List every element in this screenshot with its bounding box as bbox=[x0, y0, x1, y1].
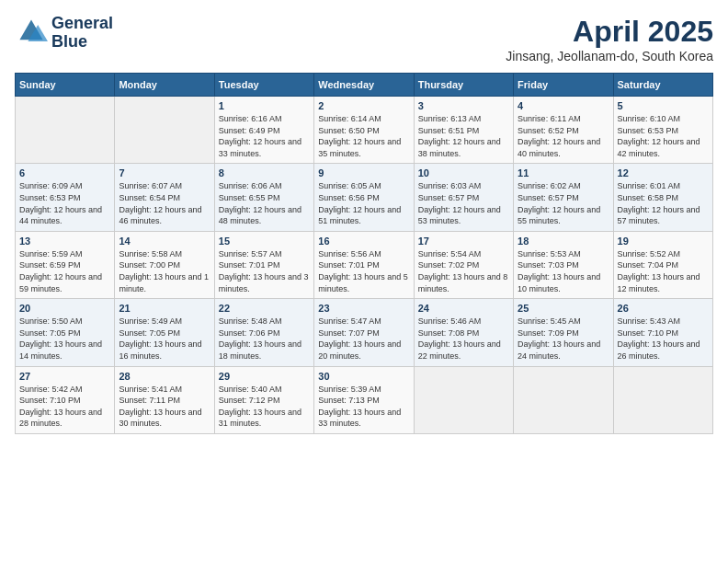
day-number: 2 bbox=[318, 100, 409, 111]
day-info: Sunrise: 6:01 AMSunset: 6:58 PMDaylight:… bbox=[618, 180, 709, 226]
calendar-cell: 8Sunrise: 6:06 AMSunset: 6:55 PMDaylight… bbox=[214, 164, 313, 231]
day-info: Sunrise: 5:59 AMSunset: 6:59 PMDaylight:… bbox=[19, 248, 110, 294]
day-number: 26 bbox=[618, 303, 709, 314]
day-info: Sunrise: 6:07 AMSunset: 6:54 PMDaylight:… bbox=[119, 180, 210, 226]
day-info: Sunrise: 6:06 AMSunset: 6:55 PMDaylight:… bbox=[219, 180, 310, 226]
day-number: 4 bbox=[518, 100, 609, 111]
logo-icon bbox=[15, 17, 48, 50]
day-info: Sunrise: 5:43 AMSunset: 7:10 PMDaylight:… bbox=[618, 316, 709, 362]
day-info: Sunrise: 6:10 AMSunset: 6:53 PMDaylight:… bbox=[618, 113, 709, 159]
week-row-2: 6Sunrise: 6:09 AMSunset: 6:53 PMDaylight… bbox=[16, 164, 713, 231]
day-info: Sunrise: 5:49 AMSunset: 7:05 PMDaylight:… bbox=[119, 316, 210, 362]
day-number: 13 bbox=[19, 236, 110, 247]
day-number: 12 bbox=[618, 167, 709, 178]
day-info: Sunrise: 6:09 AMSunset: 6:53 PMDaylight:… bbox=[19, 180, 110, 226]
calendar-cell: 2Sunrise: 6:14 AMSunset: 6:50 PMDaylight… bbox=[314, 97, 414, 164]
calendar-cell bbox=[115, 97, 214, 164]
calendar-cell: 29Sunrise: 5:40 AMSunset: 7:12 PMDayligh… bbox=[214, 366, 313, 433]
calendar-cell: 23Sunrise: 5:47 AMSunset: 7:07 PMDayligh… bbox=[314, 299, 414, 366]
day-info: Sunrise: 6:05 AMSunset: 6:56 PMDaylight:… bbox=[318, 180, 409, 226]
day-number: 6 bbox=[19, 167, 110, 178]
day-number: 16 bbox=[318, 236, 409, 247]
calendar-header: SundayMondayTuesdayWednesdayThursdayFrid… bbox=[16, 74, 713, 97]
day-info: Sunrise: 6:14 AMSunset: 6:50 PMDaylight:… bbox=[318, 113, 409, 159]
weekday-row: SundayMondayTuesdayWednesdayThursdayFrid… bbox=[16, 74, 713, 97]
calendar-cell: 24Sunrise: 5:46 AMSunset: 7:08 PMDayligh… bbox=[414, 299, 513, 366]
calendar-cell: 5Sunrise: 6:10 AMSunset: 6:53 PMDaylight… bbox=[613, 97, 712, 164]
day-number: 28 bbox=[119, 371, 210, 382]
day-number: 10 bbox=[418, 167, 509, 178]
location-title: Jinsang, Jeollanam-do, South Korea bbox=[506, 49, 713, 63]
weekday-header-monday: Monday bbox=[115, 74, 214, 97]
calendar-cell: 20Sunrise: 5:50 AMSunset: 7:05 PMDayligh… bbox=[16, 299, 115, 366]
day-number: 5 bbox=[618, 100, 709, 111]
calendar-body: 1Sunrise: 6:16 AMSunset: 6:49 PMDaylight… bbox=[16, 97, 713, 434]
calendar-cell: 3Sunrise: 6:13 AMSunset: 6:51 PMDaylight… bbox=[414, 97, 513, 164]
day-number: 30 bbox=[318, 371, 409, 382]
day-number: 3 bbox=[418, 100, 509, 111]
weekday-header-thursday: Thursday bbox=[414, 74, 513, 97]
day-info: Sunrise: 5:41 AMSunset: 7:11 PMDaylight:… bbox=[119, 384, 210, 430]
calendar-cell bbox=[414, 366, 513, 433]
day-number: 25 bbox=[518, 303, 609, 314]
page-header: General Blue April 2025 Jinsang, Jeollan… bbox=[15, 15, 713, 63]
week-row-4: 20Sunrise: 5:50 AMSunset: 7:05 PMDayligh… bbox=[16, 299, 713, 366]
day-number: 19 bbox=[618, 236, 709, 247]
calendar-cell bbox=[16, 97, 115, 164]
calendar-table: SundayMondayTuesdayWednesdayThursdayFrid… bbox=[15, 73, 713, 434]
day-info: Sunrise: 6:11 AMSunset: 6:52 PMDaylight:… bbox=[518, 113, 609, 159]
day-info: Sunrise: 5:56 AMSunset: 7:01 PMDaylight:… bbox=[318, 248, 409, 294]
day-number: 23 bbox=[318, 303, 409, 314]
day-number: 17 bbox=[418, 236, 509, 247]
day-info: Sunrise: 5:57 AMSunset: 7:01 PMDaylight:… bbox=[219, 248, 310, 294]
calendar-cell: 25Sunrise: 5:45 AMSunset: 7:09 PMDayligh… bbox=[514, 299, 613, 366]
day-info: Sunrise: 5:48 AMSunset: 7:06 PMDaylight:… bbox=[219, 316, 310, 362]
day-number: 14 bbox=[119, 236, 210, 247]
calendar-cell: 18Sunrise: 5:53 AMSunset: 7:03 PMDayligh… bbox=[514, 231, 613, 298]
day-number: 18 bbox=[518, 236, 609, 247]
logo-text: General Blue bbox=[51, 15, 113, 52]
day-number: 8 bbox=[219, 167, 310, 178]
day-info: Sunrise: 6:16 AMSunset: 6:49 PMDaylight:… bbox=[219, 113, 310, 159]
calendar-cell: 17Sunrise: 5:54 AMSunset: 7:02 PMDayligh… bbox=[414, 231, 513, 298]
weekday-header-tuesday: Tuesday bbox=[214, 74, 313, 97]
calendar-cell: 13Sunrise: 5:59 AMSunset: 6:59 PMDayligh… bbox=[16, 231, 115, 298]
day-number: 29 bbox=[219, 371, 310, 382]
calendar-cell: 9Sunrise: 6:05 AMSunset: 6:56 PMDaylight… bbox=[314, 164, 414, 231]
weekday-header-saturday: Saturday bbox=[613, 74, 712, 97]
day-number: 9 bbox=[318, 167, 409, 178]
weekday-header-friday: Friday bbox=[514, 74, 613, 97]
weekday-header-sunday: Sunday bbox=[16, 74, 115, 97]
calendar-cell: 16Sunrise: 5:56 AMSunset: 7:01 PMDayligh… bbox=[314, 231, 414, 298]
calendar-cell: 30Sunrise: 5:39 AMSunset: 7:13 PMDayligh… bbox=[314, 366, 414, 433]
day-info: Sunrise: 5:54 AMSunset: 7:02 PMDaylight:… bbox=[418, 248, 509, 294]
day-number: 24 bbox=[418, 303, 509, 314]
day-info: Sunrise: 5:46 AMSunset: 7:08 PMDaylight:… bbox=[418, 316, 509, 362]
week-row-5: 27Sunrise: 5:42 AMSunset: 7:10 PMDayligh… bbox=[16, 366, 713, 433]
calendar-cell: 1Sunrise: 6:16 AMSunset: 6:49 PMDaylight… bbox=[214, 97, 313, 164]
day-info: Sunrise: 5:40 AMSunset: 7:12 PMDaylight:… bbox=[219, 384, 310, 430]
day-number: 27 bbox=[19, 371, 110, 382]
calendar-cell: 15Sunrise: 5:57 AMSunset: 7:01 PMDayligh… bbox=[214, 231, 313, 298]
calendar-cell: 22Sunrise: 5:48 AMSunset: 7:06 PMDayligh… bbox=[214, 299, 313, 366]
day-info: Sunrise: 5:58 AMSunset: 7:00 PMDaylight:… bbox=[119, 248, 210, 294]
calendar-cell bbox=[514, 366, 613, 433]
day-number: 21 bbox=[119, 303, 210, 314]
month-title: April 2025 bbox=[506, 15, 713, 49]
day-number: 1 bbox=[219, 100, 310, 111]
day-info: Sunrise: 5:52 AMSunset: 7:04 PMDaylight:… bbox=[618, 248, 709, 294]
logo: General Blue bbox=[15, 15, 113, 52]
day-number: 20 bbox=[19, 303, 110, 314]
calendar-cell: 21Sunrise: 5:49 AMSunset: 7:05 PMDayligh… bbox=[115, 299, 214, 366]
calendar-cell: 27Sunrise: 5:42 AMSunset: 7:10 PMDayligh… bbox=[16, 366, 115, 433]
week-row-1: 1Sunrise: 6:16 AMSunset: 6:49 PMDaylight… bbox=[16, 97, 713, 164]
calendar-cell bbox=[613, 366, 712, 433]
title-section: April 2025 Jinsang, Jeollanam-do, South … bbox=[506, 15, 713, 63]
calendar-cell: 10Sunrise: 6:03 AMSunset: 6:57 PMDayligh… bbox=[414, 164, 513, 231]
calendar-cell: 12Sunrise: 6:01 AMSunset: 6:58 PMDayligh… bbox=[613, 164, 712, 231]
day-info: Sunrise: 5:50 AMSunset: 7:05 PMDaylight:… bbox=[19, 316, 110, 362]
day-info: Sunrise: 5:39 AMSunset: 7:13 PMDaylight:… bbox=[318, 384, 409, 430]
weekday-header-wednesday: Wednesday bbox=[314, 74, 414, 97]
calendar-cell: 7Sunrise: 6:07 AMSunset: 6:54 PMDaylight… bbox=[115, 164, 214, 231]
calendar-cell: 28Sunrise: 5:41 AMSunset: 7:11 PMDayligh… bbox=[115, 366, 214, 433]
